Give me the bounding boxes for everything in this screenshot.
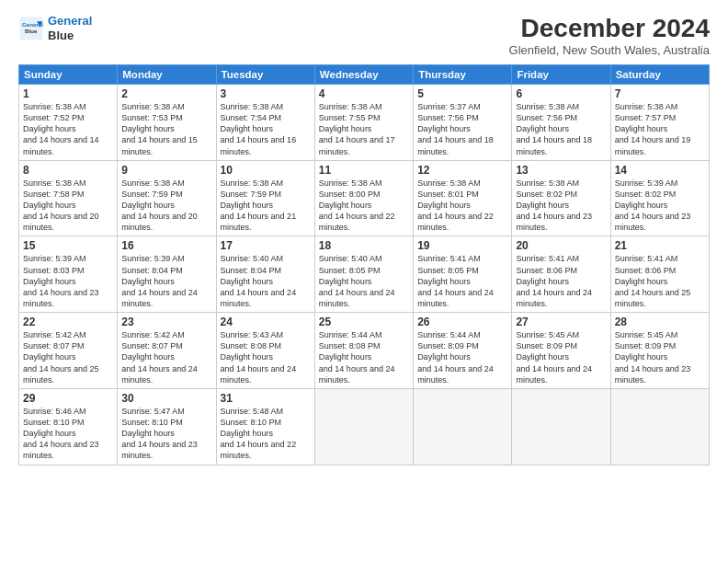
calendar-empty xyxy=(610,388,709,465)
calendar-day-13: 13Sunrise: 5:38 AMSunset: 8:02 PMDayligh… xyxy=(512,160,610,236)
calendar-day-14: 14Sunrise: 5:39 AMSunset: 8:02 PMDayligh… xyxy=(610,160,709,236)
logo-text: General Blue xyxy=(48,14,92,42)
logo-icon: General Blue xyxy=(18,16,44,41)
svg-text:Blue: Blue xyxy=(25,28,38,34)
week-row-2: 8Sunrise: 5:38 AMSunset: 7:58 PMDaylight… xyxy=(19,160,710,236)
calendar-day-11: 11Sunrise: 5:38 AMSunset: 8:00 PMDayligh… xyxy=(314,160,413,236)
calendar-empty xyxy=(512,388,610,465)
calendar-day-12: 12Sunrise: 5:38 AMSunset: 8:01 PMDayligh… xyxy=(414,160,512,236)
col-header-monday: Monday xyxy=(118,65,216,85)
calendar-day-6: 6Sunrise: 5:38 AMSunset: 7:56 PMDaylight… xyxy=(512,85,610,161)
calendar-day-9: 9Sunrise: 5:38 AMSunset: 7:59 PMDaylight… xyxy=(118,160,216,236)
col-header-thursday: Thursday xyxy=(414,65,512,85)
calendar-day-3: 3Sunrise: 5:38 AMSunset: 7:54 PMDaylight… xyxy=(216,85,314,161)
logo-line1: General xyxy=(48,14,92,28)
calendar-table: SundayMondayTuesdayWednesdayThursdayFrid… xyxy=(18,64,710,465)
calendar-day-24: 24Sunrise: 5:43 AMSunset: 8:08 PMDayligh… xyxy=(216,313,314,389)
calendar-day-17: 17Sunrise: 5:40 AMSunset: 8:04 PMDayligh… xyxy=(216,236,314,313)
week-row-3: 15Sunrise: 5:39 AMSunset: 8:03 PMDayligh… xyxy=(19,236,710,313)
calendar-day-31: 31Sunrise: 5:48 AMSunset: 8:10 PMDayligh… xyxy=(216,388,314,465)
calendar-day-1: 1Sunrise: 5:38 AMSunset: 7:52 PMDaylight… xyxy=(19,85,118,161)
calendar-day-26: 26Sunrise: 5:44 AMSunset: 8:09 PMDayligh… xyxy=(414,313,512,389)
week-row-5: 29Sunrise: 5:46 AMSunset: 8:10 PMDayligh… xyxy=(19,388,710,465)
calendar-empty xyxy=(314,388,413,465)
calendar-day-27: 27Sunrise: 5:45 AMSunset: 8:09 PMDayligh… xyxy=(512,313,610,389)
calendar-day-15: 15Sunrise: 5:39 AMSunset: 8:03 PMDayligh… xyxy=(19,236,118,313)
col-header-wednesday: Wednesday xyxy=(314,65,413,85)
header: General Blue General Blue December 2024 … xyxy=(18,14,710,57)
col-header-sunday: Sunday xyxy=(19,65,118,85)
month-title: December 2024 xyxy=(509,14,710,43)
calendar-day-22: 22Sunrise: 5:42 AMSunset: 8:07 PMDayligh… xyxy=(19,313,118,389)
title-block: December 2024 Glenfield, New South Wales… xyxy=(509,14,710,57)
calendar-day-2: 2Sunrise: 5:38 AMSunset: 7:53 PMDaylight… xyxy=(118,85,216,161)
location: Glenfield, New South Wales, Australia xyxy=(509,43,710,57)
calendar-header-row: SundayMondayTuesdayWednesdayThursdayFrid… xyxy=(19,65,710,85)
week-row-4: 22Sunrise: 5:42 AMSunset: 8:07 PMDayligh… xyxy=(19,313,710,389)
calendar-empty xyxy=(414,388,512,465)
calendar-day-16: 16Sunrise: 5:39 AMSunset: 8:04 PMDayligh… xyxy=(118,236,216,313)
calendar-day-18: 18Sunrise: 5:40 AMSunset: 8:05 PMDayligh… xyxy=(314,236,413,313)
calendar-day-4: 4Sunrise: 5:38 AMSunset: 7:55 PMDaylight… xyxy=(314,85,413,161)
calendar-day-10: 10Sunrise: 5:38 AMSunset: 7:59 PMDayligh… xyxy=(216,160,314,236)
logo: General Blue General Blue xyxy=(18,14,92,42)
week-row-1: 1Sunrise: 5:38 AMSunset: 7:52 PMDaylight… xyxy=(19,85,710,161)
calendar-day-25: 25Sunrise: 5:44 AMSunset: 8:08 PMDayligh… xyxy=(314,313,413,389)
calendar-day-8: 8Sunrise: 5:38 AMSunset: 7:58 PMDaylight… xyxy=(19,160,118,236)
calendar-day-30: 30Sunrise: 5:47 AMSunset: 8:10 PMDayligh… xyxy=(118,388,216,465)
calendar-day-29: 29Sunrise: 5:46 AMSunset: 8:10 PMDayligh… xyxy=(19,388,118,465)
calendar-day-23: 23Sunrise: 5:42 AMSunset: 8:07 PMDayligh… xyxy=(118,313,216,389)
col-header-friday: Friday xyxy=(512,65,610,85)
col-header-saturday: Saturday xyxy=(610,65,709,85)
calendar-day-19: 19Sunrise: 5:41 AMSunset: 8:05 PMDayligh… xyxy=(414,236,512,313)
calendar-day-20: 20Sunrise: 5:41 AMSunset: 8:06 PMDayligh… xyxy=(512,236,610,313)
calendar-day-5: 5Sunrise: 5:37 AMSunset: 7:56 PMDaylight… xyxy=(414,85,512,161)
calendar-day-7: 7Sunrise: 5:38 AMSunset: 7:57 PMDaylight… xyxy=(610,85,709,161)
logo-line2: Blue xyxy=(48,29,92,43)
col-header-tuesday: Tuesday xyxy=(216,65,314,85)
page: General Blue General Blue December 2024 … xyxy=(0,0,728,563)
calendar-day-21: 21Sunrise: 5:41 AMSunset: 8:06 PMDayligh… xyxy=(610,236,709,313)
calendar-day-28: 28Sunrise: 5:45 AMSunset: 8:09 PMDayligh… xyxy=(610,313,709,389)
